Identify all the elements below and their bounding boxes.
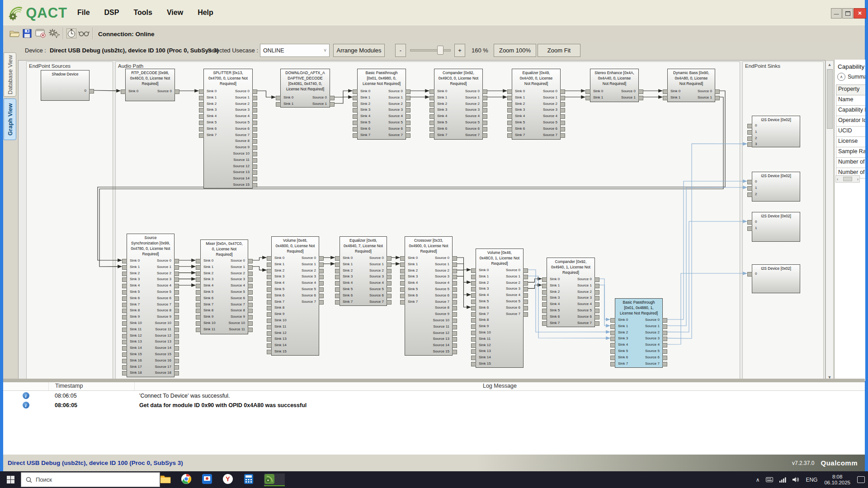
- port-sink-7[interactable]: [199, 133, 204, 138]
- port-sink-2[interactable]: [122, 272, 127, 276]
- port-sink-3[interactable]: [542, 296, 547, 300]
- port-source-4[interactable]: [594, 302, 599, 307]
- port-sink-3[interactable]: [507, 108, 512, 113]
- port-sink-0[interactable]: [610, 318, 615, 323]
- menu-view[interactable]: View: [161, 6, 189, 19]
- port-sink-1[interactable]: [747, 130, 752, 135]
- restore-button[interactable]: [842, 8, 853, 19]
- port-source-4[interactable]: [387, 281, 392, 286]
- port-source-6[interactable]: [406, 127, 410, 131]
- port-source-7[interactable]: [482, 133, 487, 138]
- property-row[interactable]: Operator Id: [836, 116, 865, 127]
- port-source-5[interactable]: [252, 121, 257, 125]
- inspect-glasses-icon[interactable]: [78, 28, 90, 39]
- property-row[interactable]: Capability Id: [836, 106, 865, 116]
- port-sink-8[interactable]: [196, 309, 201, 313]
- port-source-0[interactable]: [638, 89, 643, 94]
- port-sink-7[interactable]: [122, 303, 127, 307]
- port-source-3[interactable]: [248, 277, 253, 282]
- port-sink-11[interactable]: [122, 328, 127, 332]
- port-sink-2[interactable]: [199, 102, 204, 107]
- port-sink-8[interactable]: [267, 306, 272, 310]
- port-sink-10[interactable]: [267, 319, 272, 323]
- port-source-3[interactable]: [482, 108, 487, 113]
- port-sink-1[interactable]: [400, 263, 405, 267]
- port-sink-6[interactable]: [507, 127, 512, 131]
- port-source-2[interactable]: [560, 102, 565, 107]
- port-sink-8[interactable]: [122, 309, 127, 313]
- module-srcsync[interactable]: SourceSynchronization [0x99,0x4780, 0, L…: [127, 234, 175, 377]
- port-source-7[interactable]: [174, 303, 179, 307]
- port-sink-1[interactable]: [507, 96, 512, 100]
- port-source-3[interactable]: [319, 275, 324, 279]
- module-i2s2[interactable]: I2S Device [0x02]012: [752, 172, 800, 202]
- port-sink-3[interactable]: [196, 277, 201, 282]
- port-source-18[interactable]: [174, 371, 179, 375]
- port-sink-0[interactable]: [276, 96, 281, 100]
- module-comp2[interactable]: Compander [0x92,0x4940, 1, License NotRe…: [547, 258, 595, 327]
- port-source-11[interactable]: [248, 328, 253, 332]
- port-sink-1[interactable]: [542, 284, 547, 288]
- capability-summary-toggle[interactable]: ∧ Summary: [835, 73, 865, 81]
- port-sink-14[interactable]: [122, 346, 127, 351]
- port-sink-0[interactable]: [585, 89, 590, 94]
- port-sink-0[interactable]: [507, 89, 512, 94]
- port-sink-5[interactable]: [267, 287, 272, 292]
- port-sink-1[interactable]: [267, 263, 272, 267]
- port-source-5[interactable]: [523, 300, 528, 304]
- zoom-slider-thumb[interactable]: [437, 46, 443, 55]
- port-source-1[interactable]: [523, 275, 528, 279]
- port-source-3[interactable]: [662, 337, 667, 341]
- port-source-0[interactable]: [252, 89, 257, 94]
- port-source-4[interactable]: [174, 284, 179, 288]
- port-source-6[interactable]: [252, 127, 257, 131]
- port-sink-3[interactable]: [471, 287, 476, 291]
- port-sink-10[interactable]: [196, 321, 201, 326]
- port-sink-10[interactable]: [471, 331, 476, 335]
- log-timestamp-header[interactable]: Timestamp: [49, 382, 135, 390]
- port-sink-7[interactable]: [196, 303, 201, 307]
- module-i2s1[interactable]: I2S Device [0x02]0123: [752, 116, 800, 147]
- port-sink-6[interactable]: [429, 127, 434, 131]
- port-sink-15[interactable]: [471, 362, 476, 366]
- keyboard-language[interactable]: ENG: [802, 471, 821, 488]
- port-source-3[interactable]: [174, 277, 179, 282]
- port-sink-3[interactable]: [353, 108, 358, 113]
- tab-database-view[interactable]: Database View: [4, 52, 16, 97]
- module-vol2[interactable]: Volume [0x48,0x48C0, 1, License NotRequi…: [476, 249, 524, 368]
- capability-h-scrollbar[interactable]: ‹ ›: [835, 175, 860, 183]
- port-source-14[interactable]: [174, 346, 179, 351]
- timer-icon[interactable]: [66, 28, 77, 39]
- port-sink-0[interactable]: [471, 268, 476, 273]
- port-source-4[interactable]: [482, 114, 487, 119]
- port-sink-11[interactable]: [471, 337, 476, 342]
- port-source-1[interactable]: [452, 263, 457, 267]
- port-source-10[interactable]: [252, 152, 257, 156]
- port-sink-4[interactable]: [507, 114, 512, 119]
- port-sink-5[interactable]: [471, 300, 476, 304]
- port-sink-2[interactable]: [335, 269, 340, 273]
- port-sink-1[interactable]: [663, 96, 668, 100]
- port-source-3[interactable]: [523, 287, 528, 291]
- port-source-5[interactable]: [594, 309, 599, 313]
- port-sink-18[interactable]: [122, 371, 127, 375]
- open-folder-icon[interactable]: [9, 28, 20, 39]
- port-sink-6[interactable]: [400, 294, 405, 298]
- module-rtp[interactable]: RTP_DECODE [0x98,0x46C0, 0, License NotR…: [125, 69, 175, 101]
- port-source-5[interactable]: [560, 121, 565, 125]
- port-sink-15[interactable]: [122, 352, 127, 357]
- taskbar-app-yandex-browser[interactable]: Y: [222, 474, 243, 486]
- taskbar-app-file-explorer[interactable]: [160, 474, 181, 486]
- port-source-15[interactable]: [452, 350, 457, 354]
- port-sink-0[interactable]: [267, 256, 272, 261]
- port-source-1[interactable]: [715, 96, 720, 100]
- port-source-17[interactable]: [174, 365, 179, 370]
- port-sink-15[interactable]: [267, 350, 272, 354]
- port-sink-14[interactable]: [471, 356, 476, 360]
- graph-vertical-scrollbar[interactable]: ▲ ▼: [826, 61, 834, 381]
- port-sink-3[interactable]: [199, 108, 204, 113]
- port-source-7[interactable]: [406, 133, 410, 138]
- log-message-header[interactable]: Log Message: [135, 382, 865, 390]
- log-row[interactable]: i08:06:05'Connect To Device' was success…: [3, 391, 865, 400]
- port-sink-6[interactable]: [610, 356, 615, 360]
